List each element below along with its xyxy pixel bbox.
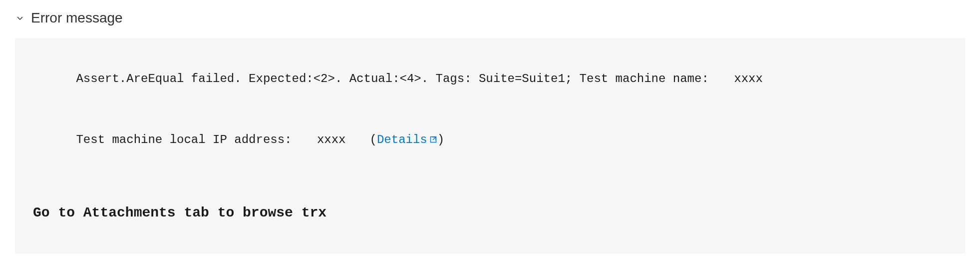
paren-open: ( <box>370 133 377 146</box>
error-text-prefix: Assert.AreEqual failed. Expected:<2>. Ac… <box>76 72 716 86</box>
attachments-hint: Go to Attachments tab to browse trx <box>33 202 947 224</box>
paren-close: ) <box>437 133 444 146</box>
error-ip-prefix: Test machine local IP address: <box>76 133 299 146</box>
error-message-panel: Assert.AreEqual failed. Expected:<2>. Ac… <box>15 38 965 254</box>
external-link-icon <box>429 132 437 150</box>
masked-machine-name: xxxx <box>734 72 763 86</box>
details-link[interactable]: Details <box>377 133 437 146</box>
error-line-2: Test machine local IP address: xxxx(Deta… <box>33 113 947 168</box>
chevron-down-icon <box>15 13 25 23</box>
svg-line-1 <box>433 137 436 140</box>
masked-ip: xxxx <box>317 133 346 146</box>
section-header[interactable]: Error message <box>15 10 965 26</box>
section-title: Error message <box>31 10 123 26</box>
error-line-1: Assert.AreEqual failed. Expected:<2>. Ac… <box>33 52 947 106</box>
